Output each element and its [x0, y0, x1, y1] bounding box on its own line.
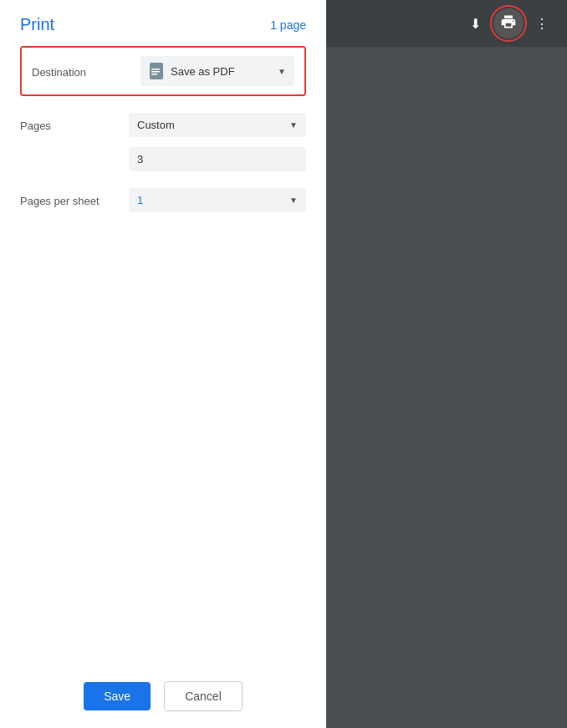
svg-rect-2 [151, 71, 160, 73]
save-button[interactable]: Save [84, 682, 151, 710]
destination-select-label: Save as PDF [149, 62, 235, 80]
pages-control: Custom ▼ [129, 113, 306, 137]
print-button[interactable] [493, 8, 524, 38]
pages-per-sheet-select[interactable]: 1 ▼ [129, 188, 306, 212]
pages-value: Custom [137, 119, 175, 131]
pages-number-input[interactable]: 3 [129, 147, 306, 171]
destination-control: Save as PDF ▼ [140, 56, 294, 86]
destination-select[interactable]: Save as PDF ▼ [140, 56, 294, 86]
cancel-button[interactable]: Cancel [164, 681, 243, 711]
pages-per-sheet-control: 1 ▼ [129, 188, 306, 212]
pages-sub-row: 3 [20, 144, 306, 178]
pages-chevron-icon: ▼ [289, 120, 298, 130]
download-button[interactable]: ⬇ [460, 8, 490, 38]
pages-select[interactable]: Custom ▼ [129, 113, 306, 137]
more-options-icon: ⋮ [535, 16, 549, 32]
pages-per-sheet-value: 1 [137, 194, 143, 206]
pages-per-sheet-row: Pages per sheet 1 ▼ [20, 178, 306, 222]
print-form: Destination Save as PDF ▼ [0, 46, 326, 664]
svg-rect-1 [151, 69, 160, 70]
preview-panel: ⬇ ⋮ [326, 0, 567, 728]
more-options-button[interactable]: ⋮ [527, 8, 557, 38]
destination-row: Destination Save as PDF ▼ [20, 46, 306, 96]
per-sheet-chevron-icon: ▼ [289, 196, 298, 205]
pages-label: Pages [20, 118, 129, 132]
pdf-icon [149, 62, 164, 80]
pages-number-wrap: 3 [129, 147, 306, 171]
pages-spacer [20, 159, 129, 160]
print-footer: Save Cancel [0, 664, 326, 728]
svg-rect-3 [151, 74, 157, 75]
preview-toolbar: ⬇ ⋮ [326, 0, 567, 47]
page-count: 1 page [270, 18, 306, 32]
destination-value: Save as PDF [171, 65, 235, 78]
print-dialog: Print 1 page Destination Save as P [0, 0, 326, 728]
print-title: Print [20, 15, 54, 34]
print-icon [500, 13, 517, 33]
pages-section: Pages Custom ▼ 3 [20, 106, 306, 178]
pages-per-sheet-label: Pages per sheet [20, 193, 129, 207]
chevron-down-icon: ▼ [278, 67, 286, 76]
preview-content [326, 47, 567, 728]
print-header: Print 1 page [0, 0, 326, 46]
destination-label: Destination [32, 64, 140, 79]
pages-row: Pages Custom ▼ [20, 106, 306, 144]
download-icon: ⬇ [470, 16, 481, 32]
